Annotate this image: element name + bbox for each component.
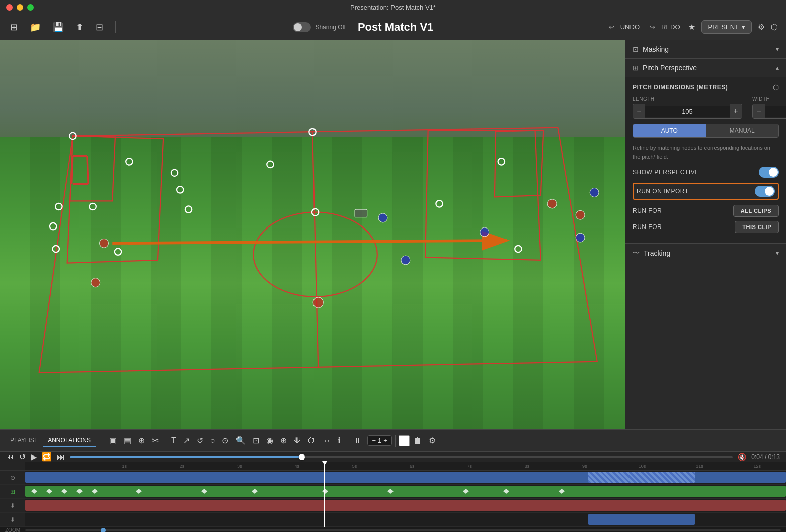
play-button[interactable]: ▶ — [31, 452, 37, 462]
length-plus-button[interactable]: + — [730, 104, 742, 118]
timer-icon[interactable]: ⏱ — [304, 434, 319, 447]
zoom-slider[interactable] — [25, 529, 781, 531]
width-control: − + — [752, 104, 786, 119]
pitch-perspective-header[interactable]: ⊞ Pitch Perspective ▴ — [625, 59, 786, 77]
gear-icon[interactable]: ⚙ — [426, 434, 439, 447]
expand-icon[interactable]: ↔ — [320, 434, 334, 447]
zoom-bar: ZOOM — [0, 527, 786, 532]
refine-text: Refine by matching nodes to correspondin… — [633, 144, 779, 161]
time-display: 0:04 / 0:13 — [751, 453, 780, 461]
ruler-mark-1: 1s — [96, 464, 153, 469]
grid-icon[interactable]: ⊕ — [135, 434, 148, 447]
layout-icon[interactable]: ⊟ — [94, 20, 105, 35]
traffic-lights — [6, 4, 34, 11]
ruler-mark-8: 8s — [498, 464, 556, 469]
progress-bar[interactable] — [70, 456, 733, 458]
track-row-1: ⊙ — [0, 471, 786, 485]
star-icon[interactable]: ★ — [688, 22, 695, 32]
pitch-stripes — [0, 137, 625, 429]
rect-icon[interactable]: ⊡ — [250, 434, 262, 447]
track-label-3: ⬇ — [0, 499, 25, 512]
pitch-perspective-section: ⊞ Pitch Perspective ▴ Pitch Dimensions (… — [625, 59, 786, 244]
rewind-icon[interactable]: ↺ — [19, 452, 26, 462]
length-minus-button[interactable]: − — [633, 104, 645, 118]
this-clip-button[interactable]: THIS CLIP — [735, 221, 779, 233]
volume-icon[interactable]: 🔇 — [738, 453, 746, 461]
sharing-label: Sharing Off — [315, 24, 345, 31]
tab-annotations[interactable]: ANNOTATIONS — [43, 435, 96, 447]
cut-icon[interactable]: ✂ — [149, 434, 162, 447]
width-minus-button[interactable]: − — [753, 104, 765, 118]
sharing-switch[interactable] — [293, 22, 311, 32]
text-icon[interactable]: T — [168, 434, 179, 447]
masking-header[interactable]: ⊡ Masking ▾ — [625, 40, 786, 58]
settings-icon[interactable]: ⚙ — [758, 22, 765, 32]
share-icon[interactable]: ⬆ — [74, 20, 86, 35]
copy-icon[interactable]: ▣ — [106, 434, 120, 447]
close-button[interactable] — [6, 4, 13, 11]
pitch-dims-header: Pitch Dimensions (metres) ⬡ — [633, 83, 779, 91]
show-perspective-toggle[interactable] — [759, 167, 779, 178]
track-1-icon: ⊙ — [10, 474, 15, 481]
external-link-icon[interactable]: ⬡ — [771, 22, 778, 32]
manual-mode-button[interactable]: MANUAL — [706, 124, 779, 137]
run-on-import-toggle[interactable] — [755, 186, 775, 197]
new-doc-icon[interactable]: ⊞ — [8, 20, 20, 35]
track-content-2[interactable] — [25, 485, 786, 498]
save-icon[interactable]: 💾 — [51, 20, 66, 35]
undo-redo: ↩ UNDO ↪ REDO — [609, 21, 682, 33]
arrow-icon[interactable]: ↗ — [180, 434, 193, 447]
dims-row: LENGTH − + WIDTH − + — [633, 96, 779, 119]
skip-forward-icon[interactable]: ⏭ — [57, 452, 65, 462]
page-minus-icon[interactable]: − — [372, 437, 376, 444]
track-content-4[interactable] — [25, 513, 786, 526]
track-content-3[interactable] — [25, 499, 786, 512]
masking-icon: ⊡ — [633, 45, 639, 53]
timeline-ruler: 1s 2s 3s 4s 5s 6s 7s 8s 9s 10s 11s 12s — [0, 462, 786, 471]
minimize-button[interactable] — [17, 4, 23, 11]
zoom-handle[interactable] — [101, 528, 106, 533]
length-label: LENGTH — [633, 96, 742, 102]
video-area[interactable] — [0, 40, 625, 429]
length-value[interactable] — [645, 106, 730, 117]
target-icon[interactable]: ◉ — [263, 434, 276, 447]
track-content-1[interactable] — [25, 471, 786, 484]
width-group: WIDTH − + — [752, 96, 786, 119]
new-frame-icon[interactable]: ▤ — [121, 434, 134, 447]
zoom-tool-icon[interactable]: 🔍 — [232, 434, 249, 447]
right-panel: ⊡ Masking ▾ ⊞ Pitch Perspective ▴ Pitch … — [625, 40, 786, 429]
curve-icon[interactable]: ↺ — [194, 434, 206, 447]
page-plus-icon[interactable]: + — [383, 437, 387, 444]
present-button[interactable]: PRESENT ▾ — [701, 20, 752, 34]
tracking-header[interactable]: 〜 Tracking ▾ — [625, 244, 786, 263]
circle-icon[interactable]: ○ — [207, 434, 218, 447]
undo-button[interactable]: UNDO — [618, 21, 642, 33]
delete-icon[interactable]: 🗑 — [411, 434, 425, 447]
track-label-2: ⊞ — [0, 485, 25, 498]
add-icon[interactable]: ⊕ — [277, 434, 290, 447]
ann-sep-2 — [165, 435, 165, 447]
anchor-icon[interactable]: ⟱ — [291, 434, 303, 447]
width-value[interactable] — [765, 106, 786, 117]
auto-mode-button[interactable]: AUTO — [633, 124, 706, 137]
progress-handle — [299, 454, 305, 460]
skip-back-icon[interactable]: ⏮ — [6, 452, 14, 462]
masking-title: Masking — [643, 45, 776, 53]
timeline-tracks: 1s 2s 3s 4s 5s 6s 7s 8s 9s 10s 11s 12s ⊙ — [0, 462, 786, 527]
timeline-area: ⏮ ↺ ▶ 🔁 ⏭ 🔇 0:04 / 0:13 1s 2s 3s 4s 5s 6… — [0, 451, 786, 532]
player-icon[interactable]: ⊙ — [219, 434, 231, 447]
maximize-button[interactable] — [27, 4, 34, 11]
color-picker[interactable] — [399, 435, 410, 446]
tab-playlist[interactable]: PLAYLIST — [5, 435, 43, 447]
ruler-mark-11: 11s — [671, 464, 728, 469]
redo-button[interactable]: REDO — [659, 21, 682, 33]
undo-arrow-icon: ↩ — [609, 23, 614, 31]
ruler-mark-12: 12s — [729, 464, 786, 469]
length-group: LENGTH − + — [633, 96, 742, 119]
all-clips-button[interactable]: ALL CLIPS — [733, 205, 779, 217]
loop-icon[interactable]: 🔁 — [42, 452, 52, 462]
main-content: ⊡ Masking ▾ ⊞ Pitch Perspective ▴ Pitch … — [0, 40, 786, 429]
open-icon[interactable]: 📁 — [28, 20, 43, 35]
pause-icon[interactable]: ⏸ — [350, 434, 364, 447]
info-icon[interactable]: ℹ — [335, 434, 344, 447]
